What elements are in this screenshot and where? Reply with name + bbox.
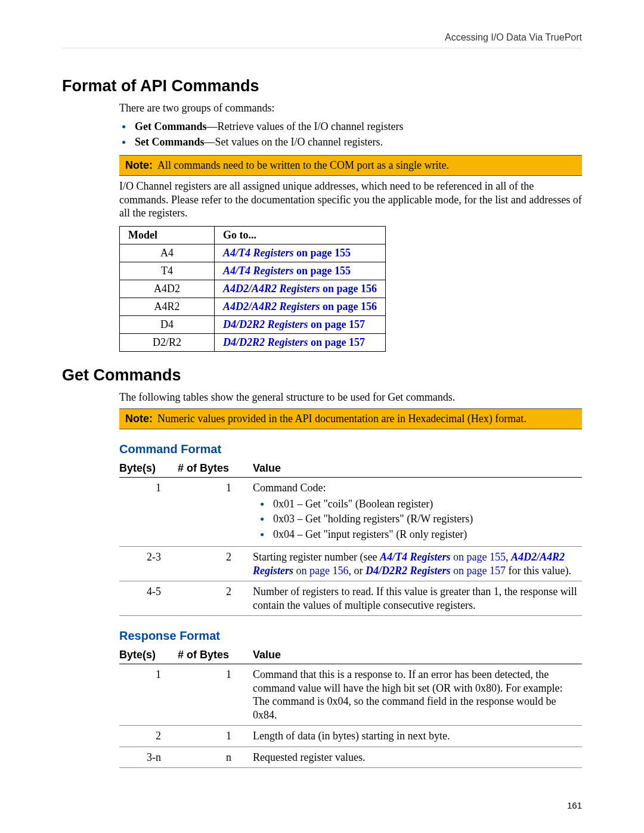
numbytes-cell: n (178, 747, 253, 768)
sec1-intro: There are two groups of commands: (119, 101, 582, 115)
value-cell: Command Code: 0x01 – Get "coils" (Boolea… (253, 478, 582, 547)
model-cell: A4 (120, 244, 215, 262)
note-label: Note: (125, 413, 157, 425)
bullet-get-bold: Get Commands (135, 120, 207, 132)
bytes-cell: 3-n (119, 747, 178, 768)
goto-cell: D4/D2R2 Registers on page 157 (215, 333, 386, 351)
model-cell: D4 (120, 315, 215, 333)
value-cell: Requested register values. (253, 747, 582, 768)
list-item: 0x03 – Get "holding registers" (R/W regi… (253, 512, 577, 526)
register-link[interactable]: A4D2/A4R2 Registers (223, 301, 320, 312)
bullet-get-commands: Get Commands—Retrieve values of the I/O … (119, 120, 582, 134)
col-numbytes: # of Bytes (178, 460, 253, 478)
list-item: 0x01 – Get "coils" (Boolean register) (253, 497, 577, 511)
subhead-command-format: Command Format (119, 442, 582, 456)
goto-cell: A4/T4 Registers on page 155 (215, 244, 386, 262)
note-text: Numeric values provided in the API docum… (157, 413, 576, 425)
table-row: A4 A4/T4 Registers on page 155 (120, 244, 386, 262)
bullet-get-rest: —Retrieve values of the I/O channel regi… (207, 120, 404, 132)
table-row: A4R2 A4D2/A4R2 Registers on page 156 (120, 298, 386, 315)
command-code-list: 0x01 – Get "coils" (Boolean register) 0x… (253, 497, 577, 541)
command-groups-list: Get Commands—Retrieve values of the I/O … (119, 120, 582, 150)
goto-cell: D4/D2R2 Registers on page 157 (215, 315, 386, 333)
register-link[interactable]: D4/D2R2 Registers (223, 336, 308, 348)
link-trail: on page 156 (320, 283, 377, 295)
text-fragment: , or (349, 565, 366, 577)
link-trail: on page 157 (451, 565, 506, 577)
link-trail: on page 155 (294, 247, 351, 259)
model-goto-table: Model Go to... A4 A4/T4 Registers on pag… (119, 226, 386, 352)
page-header: Accessing I/O Data Via TruePort (62, 32, 582, 48)
bullet-set-commands: Set Commands—Set values on the I/O chann… (119, 135, 582, 149)
table-row: 4-5 2 Number of registers to read. If th… (119, 581, 582, 616)
value-cell: Length of data (in bytes) starting in ne… (253, 726, 582, 747)
bullet-set-bold: Set Commands (135, 136, 205, 148)
command-format-table: Byte(s) # of Bytes Value 1 1 Command Cod… (119, 460, 582, 616)
numbytes-cell: 2 (178, 581, 253, 616)
value-cell: Number of registers to read. If this val… (253, 581, 582, 616)
goto-col-header: Go to... (215, 226, 386, 244)
note-label: Note: (125, 159, 157, 172)
text-fragment: , (506, 551, 511, 563)
section-title-get-commands: Get Commands (62, 366, 582, 385)
numbytes-cell: 1 (178, 664, 253, 726)
table-row: 2 1 Length of data (in bytes) starting i… (119, 726, 582, 747)
bytes-cell: 4-5 (119, 581, 178, 616)
page-number: 161 (567, 800, 582, 810)
value-cell: Starting register number (see A4/T4 Regi… (253, 547, 582, 581)
bullet-set-rest: —Set values on the I/O channel registers… (205, 136, 383, 148)
bytes-cell: 2-3 (119, 547, 178, 581)
table-row: A4D2 A4D2/A4R2 Registers on page 156 (120, 280, 386, 298)
command-code-label: Command Code: (253, 482, 326, 494)
table-row: D4 D4/D2R2 Registers on page 157 (120, 315, 386, 333)
goto-cell: A4D2/A4R2 Registers on page 156 (215, 280, 386, 298)
goto-cell: A4/T4 Registers on page 155 (215, 262, 386, 280)
link-trail: on page 156 (293, 565, 348, 577)
table-row: 2-3 2 Starting register number (see A4/T… (119, 547, 582, 581)
table-row: 1 1 Command Code: 0x01 – Get "coils" (Bo… (119, 478, 582, 547)
link-trail: on page 157 (308, 318, 366, 330)
sec1-after-note: I/O Channel registers are all assigned u… (119, 179, 582, 220)
numbytes-cell: 1 (178, 478, 253, 547)
register-link[interactable]: D4/D2R2 Registers (223, 318, 308, 330)
model-cell: D2/R2 (120, 333, 215, 351)
goto-cell: A4D2/A4R2 Registers on page 156 (215, 298, 386, 315)
bytes-cell: 1 (119, 478, 178, 547)
table-row: D2/R2 D4/D2R2 Registers on page 157 (120, 333, 386, 351)
register-link[interactable]: A4/T4 Registers (223, 247, 294, 259)
note-text: All commands need to be written to the C… (157, 159, 576, 172)
col-bytes: Byte(s) (119, 460, 178, 478)
table-row: 3-n n Requested register values. (119, 747, 582, 768)
col-value: Value (253, 646, 582, 664)
response-format-table: Byte(s) # of Bytes Value 1 1 Command tha… (119, 646, 582, 768)
text-fragment: Starting register number (see (253, 551, 380, 563)
sec2-intro: The following tables show the general st… (119, 391, 582, 404)
model-col-header: Model (120, 226, 215, 244)
model-cell: A4D2 (120, 280, 215, 298)
link-trail: on page 155 (450, 551, 505, 563)
text-fragment: for this value). (506, 565, 571, 577)
numbytes-cell: 1 (178, 726, 253, 747)
bytes-cell: 2 (119, 726, 178, 747)
table-row: 1 1 Command that this is a response to. … (119, 664, 582, 726)
list-item: 0x04 – Get "input registers" (R only reg… (253, 528, 577, 541)
link-trail: on page 156 (320, 301, 377, 312)
register-link[interactable]: A4D2/A4R2 Registers (223, 283, 320, 295)
bytes-cell: 1 (119, 664, 178, 726)
col-value: Value (253, 460, 582, 478)
numbytes-cell: 2 (178, 547, 253, 581)
col-numbytes: # of Bytes (178, 646, 253, 664)
note-single-write: Note: All commands need to be written to… (119, 155, 582, 176)
register-link[interactable]: A4/T4 Registers (223, 265, 294, 277)
model-cell: T4 (120, 262, 215, 280)
value-cell: Command that this is a response to. If a… (253, 664, 582, 726)
link-trail: on page 155 (294, 265, 351, 277)
subhead-response-format: Response Format (119, 629, 582, 643)
register-link[interactable]: A4/T4 Registers (380, 551, 451, 563)
section-title-format-api: Format of API Commands (62, 77, 582, 95)
note-hex-format: Note: Numeric values provided in the API… (119, 408, 582, 429)
link-trail: on page 157 (308, 336, 366, 348)
register-link[interactable]: D4/D2R2 Registers (366, 565, 451, 577)
table-row: T4 A4/T4 Registers on page 155 (120, 262, 386, 280)
model-cell: A4R2 (120, 298, 215, 315)
